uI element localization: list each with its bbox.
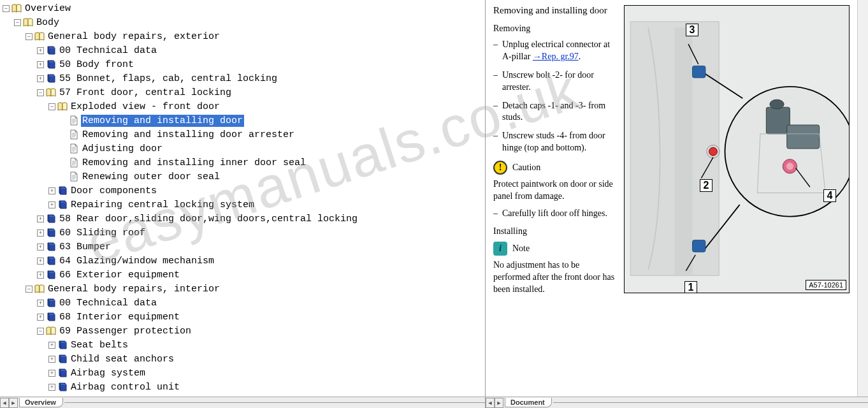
expand-toggle[interactable]: +	[37, 258, 44, 265]
tree-node[interactable]: +60 Sliding roof	[3, 226, 485, 240]
tree-node[interactable]: Removing and installing door	[3, 113, 485, 127]
tree-node-label[interactable]: Removing and installing door	[81, 115, 244, 127]
tree-node-label[interactable]: Adjusting door	[81, 143, 164, 155]
collapse-toggle[interactable]: −	[37, 328, 44, 335]
collapse-toggle[interactable]: −	[48, 103, 55, 110]
expand-toggle[interactable]: +	[48, 201, 55, 208]
tree-node[interactable]: +Airbag system	[3, 366, 485, 380]
left-panel: −Overview−Body−General body repairs, ext…	[0, 0, 486, 408]
tree-node-label[interactable]: Removing and installing door arrester	[81, 129, 296, 141]
tree-node[interactable]: Removing and installing inner door seal	[3, 156, 485, 170]
tree-node-label[interactable]: Airbag system	[69, 367, 147, 379]
tree-node[interactable]: −Body	[3, 15, 485, 29]
tree-node-label[interactable]: Repairing central locking system	[69, 199, 256, 211]
tab-next-button[interactable]: ►	[495, 398, 503, 408]
tree-node[interactable]: +Airbag control unit	[3, 380, 485, 394]
expand-toggle[interactable]: +	[37, 61, 44, 68]
book-icon	[57, 200, 68, 210]
tree-node-label[interactable]: 50 Body front	[58, 59, 135, 71]
tree-node[interactable]: −Overview	[3, 1, 485, 15]
tree-node[interactable]: +55 Bonnet, flaps, cab, central locking	[3, 71, 485, 85]
tab-overview[interactable]: Overview	[19, 398, 63, 407]
tree-node[interactable]: +66 Exterior equipment	[3, 268, 485, 282]
expand-toggle[interactable]: +	[37, 272, 44, 279]
tree-node-label[interactable]: Airbag control unit	[69, 381, 181, 393]
callout-4: 4	[823, 189, 836, 202]
book-icon	[57, 382, 68, 392]
tree-node[interactable]: +Door components	[3, 184, 485, 198]
tree-node-label[interactable]: Exploded view - front door	[69, 101, 221, 113]
expand-toggle[interactable]: +	[37, 215, 44, 222]
tree-node-label[interactable]: 57 Front door, central locking	[58, 87, 233, 99]
expand-toggle[interactable]: +	[48, 384, 55, 391]
tree-node-label[interactable]: 60 Sliding roof	[58, 227, 147, 239]
tree-node[interactable]: −57 Front door, central locking	[3, 85, 485, 99]
tree-node[interactable]: +00 Technical data	[3, 296, 485, 310]
tab-prev-button[interactable]: ◄	[486, 398, 495, 408]
svg-point-27	[770, 99, 784, 109]
tree-node[interactable]: −General body repairs, exterior	[3, 29, 485, 43]
expand-toggle[interactable]: +	[48, 356, 55, 363]
collapse-toggle[interactable]: −	[3, 5, 10, 12]
collapse-toggle[interactable]: −	[37, 89, 44, 96]
tree-node-label[interactable]: 55 Bonnet, flaps, cab, central locking	[58, 73, 278, 85]
expand-toggle[interactable]: +	[48, 187, 55, 194]
tree-node-label[interactable]: Overview	[24, 3, 72, 15]
tree-node[interactable]: Removing and installing door arrester	[3, 127, 485, 142]
tree-node-label[interactable]: Renewing outer door seal	[81, 171, 221, 183]
tab-document[interactable]: Document	[505, 398, 552, 407]
tree-node-label[interactable]: 00 Technical data	[58, 297, 158, 309]
expand-toggle[interactable]: +	[48, 370, 55, 377]
tree-node[interactable]: −69 Passenger protection	[3, 324, 485, 338]
tree-node-label[interactable]: Seat belts	[69, 339, 129, 351]
nav-tree[interactable]: −Overview−Body−General body repairs, ext…	[0, 0, 485, 397]
tree-node-label[interactable]: 63 Bumper	[58, 241, 112, 253]
caution-label: Caution	[512, 163, 540, 173]
tree-node[interactable]: +68 Interior equipment	[3, 310, 485, 324]
expand-toggle[interactable]: +	[37, 47, 44, 54]
tree-node-label[interactable]: 68 Interior equipment	[58, 311, 181, 323]
expand-toggle[interactable]: +	[37, 244, 44, 251]
right-scrollbar[interactable]	[857, 0, 868, 397]
tree-node-label[interactable]: 66 Exterior equipment	[58, 269, 181, 281]
tree-node[interactable]: Renewing outer door seal	[3, 170, 485, 184]
book-icon	[46, 59, 56, 69]
tree-node-label[interactable]: 00 Technical data	[58, 45, 158, 57]
tree-node[interactable]: +63 Bumper	[3, 240, 485, 254]
figure-id: A57-10261	[806, 280, 846, 290]
expand-toggle[interactable]: +	[48, 342, 55, 349]
tree-node-label[interactable]: Child seat anchors	[69, 353, 175, 365]
tree-node[interactable]: +Child seat anchors	[3, 352, 485, 366]
tree-node[interactable]: +Seat belts	[3, 338, 485, 352]
expand-toggle[interactable]: +	[37, 75, 44, 82]
tab-next-button[interactable]: ►	[9, 398, 18, 408]
expand-toggle[interactable]: +	[37, 300, 44, 307]
tree-node-label[interactable]: 58 Rear door,sliding door,wing doors,cen…	[58, 213, 359, 225]
svg-rect-26	[766, 107, 790, 134]
svg-point-30	[786, 163, 793, 170]
svg-rect-23	[693, 240, 705, 252]
tree-node[interactable]: +64 Glazing/window mechanism	[3, 254, 485, 268]
tree-node[interactable]: −Exploded view - front door	[3, 99, 485, 113]
tree-node-label[interactable]: Body	[35, 17, 61, 29]
expand-toggle[interactable]: +	[37, 229, 44, 237]
tree-node[interactable]: +00 Technical data	[3, 43, 485, 57]
tree-node-label[interactable]: 69 Passenger protection	[58, 325, 192, 337]
tree-node[interactable]: +Repairing central locking system	[3, 198, 485, 212]
rep-group-link[interactable]: →Rep. gr.97	[533, 52, 579, 61]
tree-node[interactable]: Adjusting door	[3, 142, 485, 156]
tree-node[interactable]: +58 Rear door,sliding door,wing doors,ce…	[3, 212, 485, 226]
tree-node[interactable]: −General body repairs, interior	[3, 282, 485, 296]
tree-node-label[interactable]: General body repairs, exterior	[47, 31, 221, 43]
collapse-toggle[interactable]: −	[14, 19, 21, 26]
page-icon	[69, 171, 79, 182]
tree-node[interactable]: +50 Body front	[3, 57, 485, 71]
tree-node-label[interactable]: General body repairs, interior	[47, 283, 221, 295]
tree-node-label[interactable]: 64 Glazing/window mechanism	[58, 255, 215, 267]
expand-toggle[interactable]: +	[37, 314, 44, 321]
tree-node-label[interactable]: Removing and installing inner door seal	[81, 157, 307, 169]
tab-prev-button[interactable]: ◄	[0, 398, 9, 408]
tree-node-label[interactable]: Door components	[69, 185, 158, 197]
collapse-toggle[interactable]: −	[25, 286, 33, 293]
collapse-toggle[interactable]: −	[25, 33, 33, 40]
